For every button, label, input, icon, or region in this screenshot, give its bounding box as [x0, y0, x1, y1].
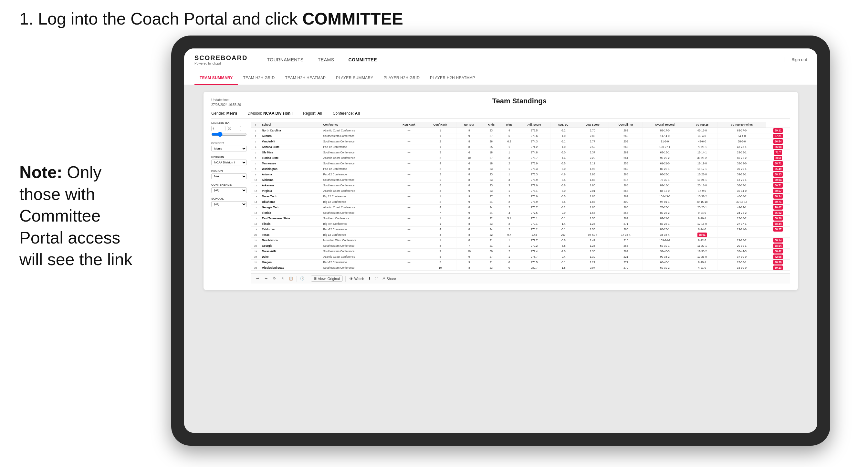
- watch-button[interactable]: 👁 Watch: [349, 277, 364, 281]
- conference-cell: Southeastern Conference: [322, 150, 394, 155]
- nav-teams[interactable]: TEAMS: [311, 55, 341, 65]
- undo-icon[interactable]: ↩: [254, 276, 260, 282]
- points-cell: 86.98: [766, 144, 790, 150]
- conference-filter-label: Conference: [211, 183, 247, 186]
- data-cell: 277.5: [518, 210, 550, 216]
- data-cell: 17-33-4: [609, 232, 643, 238]
- data-cell: 264: [609, 155, 643, 161]
- table-row: 23Texas A&MSoutheastern Conference—91030…: [251, 249, 790, 254]
- points-cell: 71.7: [766, 150, 790, 155]
- data-cell: 3: [424, 232, 457, 238]
- nav-committee[interactable]: COMMITTEE: [342, 55, 384, 65]
- data-cell: 1.98: [576, 166, 609, 172]
- data-cell: 275.9: [518, 161, 550, 166]
- data-cell: 1.55: [576, 216, 609, 221]
- min-rounds-max-input[interactable]: [227, 126, 241, 131]
- rank-cell: 8: [251, 166, 261, 172]
- data-cell: 215: [609, 238, 643, 243]
- data-cell: 8: [457, 265, 482, 271]
- sub-nav-player-summary[interactable]: PLAYER SUMMARY: [331, 71, 378, 85]
- export-button[interactable]: ⬇: [368, 276, 371, 281]
- data-cell: 267: [609, 194, 643, 199]
- sub-nav-player-h2h-grid[interactable]: PLAYER H2H GRID: [378, 71, 425, 85]
- data-cell: 23: [482, 128, 500, 133]
- data-cell: 15-32-2: [687, 194, 717, 199]
- sign-out-link[interactable]: Sign out: [785, 57, 807, 62]
- table-row: 4Arizona StatePac-12 Conference—18251274…: [251, 144, 790, 150]
- region-filter-select[interactable]: N/A East West: [211, 174, 247, 179]
- data-cell: 279.1: [518, 221, 550, 227]
- refresh-icon[interactable]: ⟳: [271, 276, 277, 282]
- data-cell: 38-6-0: [717, 139, 766, 144]
- table-row: 17East Tennessee StateSouthern Conferenc…: [251, 216, 790, 221]
- points-cell: 78.47: [766, 205, 790, 210]
- update-time-value: 27/03/2024 16:56:26: [211, 103, 241, 106]
- col-no-tour: No Tour: [457, 122, 482, 128]
- data-cell: 2.11: [576, 161, 609, 166]
- sub-nav-player-h2h-heatmap[interactable]: PLAYER H2H HEATMAP: [425, 71, 480, 85]
- data-cell: —: [394, 188, 424, 194]
- data-cell: 24-25-2: [717, 210, 766, 216]
- share-button[interactable]: ↗ Share: [382, 276, 396, 281]
- data-cell: 12-14-1: [687, 150, 717, 155]
- data-cell: 1: [424, 128, 457, 133]
- rank-cell: 17: [251, 216, 261, 221]
- data-cell: 11-19-0: [687, 161, 717, 166]
- school-filter-select[interactable]: (All): [211, 201, 247, 207]
- data-cell: 117-4-0: [643, 133, 687, 139]
- sub-nav-team-h2h-grid[interactable]: TEAM H2H GRID: [238, 71, 280, 85]
- division-filter-select[interactable]: NCAA Division I NCAA Division II: [211, 160, 247, 165]
- gender-filter-select[interactable]: Men's Women's: [211, 146, 247, 152]
- data-cell: 7: [424, 210, 457, 216]
- data-cell: 0: [500, 260, 518, 265]
- data-cell: 23: [482, 177, 500, 183]
- view-original-button[interactable]: ⊞ View: Original: [311, 276, 343, 282]
- table-row: 9ArizonaPac-12 Conference—38231276.3-4.6…: [251, 172, 790, 177]
- sub-nav-team-h2h-heatmap[interactable]: TEAM H2H HEATMAP: [280, 71, 331, 85]
- data-cell: 273.6: [518, 133, 550, 139]
- division-filter-group: Division NCAA Division I NCAA Division I…: [211, 155, 247, 165]
- points-cell: 48.38: [766, 260, 790, 265]
- conference-filter-display: Conference: All: [333, 111, 360, 116]
- conference-filter-select[interactable]: (All): [211, 187, 247, 193]
- redo-icon[interactable]: ↪: [263, 276, 269, 282]
- school-cell: Tennessee: [261, 161, 322, 166]
- data-cell: 1.30: [576, 249, 609, 254]
- data-cell: —: [394, 183, 424, 188]
- data-cell: 1: [424, 133, 457, 139]
- data-cell: 268: [609, 188, 643, 194]
- data-cell: 27: [482, 155, 500, 161]
- data-cell: -3.5: [550, 199, 576, 205]
- data-cell: 87-21-2: [643, 216, 687, 221]
- clock-icon[interactable]: 🕐: [300, 276, 305, 282]
- data-cell: 0.97: [576, 265, 609, 271]
- min-rounds-group: Minimum Ro...: [211, 122, 247, 137]
- rank-cell: 12: [251, 188, 261, 194]
- data-cell: -5.1: [550, 227, 576, 232]
- fullscreen-button[interactable]: ⛶: [375, 277, 378, 281]
- table-row: 25OregonPac-12 Conference—59210278.5-3.1…: [251, 260, 790, 265]
- table-row: 3VanderbiltSoutheastern Conference—28266…: [251, 139, 790, 144]
- data-cell: 16-21-0: [687, 172, 717, 177]
- min-rounds-min-input[interactable]: [211, 126, 225, 131]
- data-cell: —: [394, 243, 424, 249]
- copy-icon[interactable]: ⎘: [280, 276, 285, 282]
- min-rounds-slider[interactable]: [211, 132, 247, 137]
- col-school: School: [261, 122, 322, 128]
- data-cell: 4: [500, 128, 518, 133]
- data-cell: 59-41-4: [576, 232, 609, 238]
- data-cell: 203: [609, 139, 643, 144]
- data-cell: 8: [457, 177, 482, 183]
- school-cell: Texas A&M: [261, 249, 322, 254]
- data-cell: 276.9: [518, 199, 550, 205]
- conference-cell: Atlantic Coast Conference: [322, 254, 394, 260]
- paste-icon[interactable]: 📋: [288, 276, 294, 282]
- table-row: 20TexasBig 12 Conference—38220.71.442695…: [251, 232, 790, 238]
- sub-nav-team-summary[interactable]: TEAM SUMMARY: [194, 71, 238, 85]
- data-cell: —: [394, 221, 424, 227]
- data-cell: 26: [482, 139, 500, 144]
- data-cell: 1: [424, 194, 457, 199]
- nav-tournaments[interactable]: TOURNAMENTS: [260, 55, 310, 65]
- data-cell: 9-24-0: [687, 210, 717, 216]
- data-cell: 276.1: [518, 188, 550, 194]
